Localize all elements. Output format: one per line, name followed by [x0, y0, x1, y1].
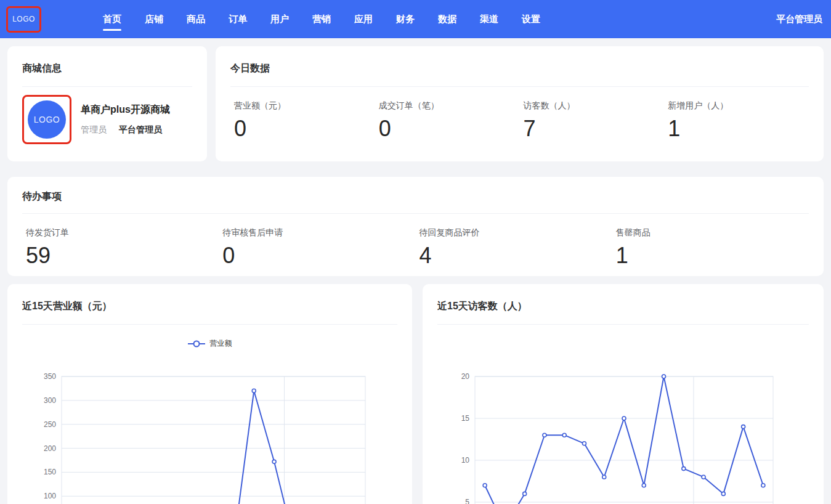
top-nav-bar: LOGO 首页 店铺 商品 订单 用户 营销 应用 财务 数据 渠道 设置 平台… — [0, 0, 831, 38]
avatar-annotation-box: LOGO — [22, 95, 71, 144]
stat-turnover: 营业额（元） 0 — [230, 100, 375, 140]
nav-logo[interactable]: LOGO — [12, 15, 35, 23]
mall-name: 单商户plus开源商城 — [81, 104, 170, 116]
role-value: 平台管理员 — [119, 124, 162, 136]
stat-label: 待发货订单 — [26, 227, 219, 238]
stat-value: 0 — [234, 118, 375, 140]
nav-item-settings[interactable]: 设置 — [522, 0, 540, 38]
today-data-card: 今日数据 营业额（元） 0 成交订单（笔） 0 访客数（人） 7 新增用户（人）… — [216, 46, 824, 161]
svg-text:5: 5 — [465, 498, 469, 504]
nav-item-orders[interactable]: 订单 — [229, 0, 247, 38]
mall-logo-avatar[interactable]: LOGO — [28, 100, 66, 139]
mall-logo-text: LOGO — [34, 115, 60, 124]
svg-text:200: 200 — [44, 444, 56, 453]
nav-item-marketing[interactable]: 营销 — [312, 0, 331, 38]
stat-pending-shipments[interactable]: 待发货订单 59 — [22, 227, 219, 267]
visitors-chart-card: 近15天访客数（人） 20151050 — [423, 284, 824, 504]
role-label: 管理员 — [81, 124, 107, 136]
nav-item-data[interactable]: 数据 — [438, 0, 456, 38]
line-chart-canvas[interactable]: 20151050 — [437, 325, 809, 504]
nav-item-shop[interactable]: 店铺 — [145, 0, 163, 38]
stat-visitors: 访客数（人） 7 — [520, 100, 665, 140]
divider — [22, 86, 192, 87]
nav-item-home[interactable]: 首页 — [103, 0, 121, 38]
stat-label: 访客数（人） — [524, 100, 665, 112]
stat-deal-orders: 成交订单（笔） 0 — [375, 100, 520, 140]
stat-soldout-products[interactable]: 售罄商品 1 — [612, 227, 809, 267]
dashboard-content: 商城信息 LOGO 单商户plus开源商城 管理员 平台管理员 — [0, 38, 831, 504]
stat-pending-reviews[interactable]: 待回复商品评价 4 — [416, 227, 612, 267]
turnover-chart-card: 近15天营业额（元） 营业额 350300250200150100500 — [7, 284, 412, 504]
mall-info-title: 商城信息 — [22, 62, 192, 75]
divider — [22, 213, 809, 214]
stat-value: 59 — [26, 245, 219, 267]
svg-text:250: 250 — [44, 420, 56, 429]
nav-item-apps[interactable]: 应用 — [354, 0, 373, 38]
turnover-chart-title: 近15天营业额（元） — [22, 300, 397, 313]
stat-label: 待回复商品评价 — [420, 227, 612, 238]
today-data-title: 今日数据 — [230, 62, 809, 75]
line-chart-canvas[interactable]: 350300250200150100500 — [22, 325, 397, 504]
visitors-chart: 20151050 — [437, 325, 809, 504]
svg-text:10: 10 — [461, 456, 470, 465]
todo-card: 待办事项 待发货订单 59 待审核售后申请 0 待回复商品评价 4 售罄商品 1 — [7, 177, 824, 276]
stat-value: 4 — [420, 245, 612, 267]
svg-text:100: 100 — [44, 492, 56, 500]
mall-info-card: 商城信息 LOGO 单商户plus开源商城 管理员 平台管理员 — [7, 46, 207, 161]
turnover-chart: 营业额 350300250200150100500 — [22, 325, 397, 504]
stat-label: 营业额（元） — [234, 100, 375, 112]
stat-value: 7 — [524, 118, 665, 140]
nav-item-products[interactable]: 商品 — [187, 0, 205, 38]
stat-new-users: 新增用户（人） 1 — [664, 100, 809, 140]
svg-text:150: 150 — [44, 468, 56, 476]
stat-pending-aftersales[interactable]: 待审核售后申请 0 — [219, 227, 415, 267]
stat-value: 1 — [616, 245, 809, 267]
stat-label: 新增用户（人） — [668, 100, 809, 112]
divider — [230, 86, 809, 87]
main-menu: 首页 店铺 商品 订单 用户 营销 应用 财务 数据 渠道 设置 — [103, 0, 540, 38]
stat-value: 1 — [668, 118, 809, 140]
stat-label: 售罄商品 — [616, 227, 809, 238]
svg-text:20: 20 — [461, 372, 470, 381]
stat-label: 成交订单（笔） — [379, 100, 520, 112]
todo-title: 待办事项 — [22, 190, 809, 203]
svg-text:300: 300 — [44, 396, 56, 405]
nav-item-users[interactable]: 用户 — [270, 0, 289, 38]
nav-item-channels[interactable]: 渠道 — [480, 0, 498, 38]
legend-label: 营业额 — [210, 338, 232, 349]
admin-account-menu[interactable]: 平台管理员 — [776, 14, 822, 25]
svg-text:15: 15 — [461, 414, 470, 423]
chart-legend[interactable]: 营业额 — [22, 338, 397, 349]
line-series-icon — [188, 340, 205, 348]
stat-value: 0 — [222, 245, 415, 267]
logo-annotation-box: LOGO — [6, 6, 41, 33]
nav-item-finance[interactable]: 财务 — [396, 0, 415, 38]
stat-label: 待审核售后申请 — [222, 227, 415, 238]
svg-text:350: 350 — [44, 372, 56, 381]
visitors-chart-title: 近15天访客数（人） — [437, 300, 809, 313]
stat-value: 0 — [379, 118, 520, 140]
